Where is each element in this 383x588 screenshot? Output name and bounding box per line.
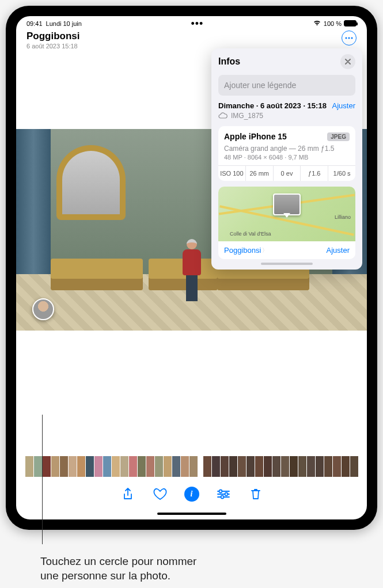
thumbnail[interactable] (342, 456, 350, 477)
thumbnail[interactable] (221, 456, 229, 477)
svg-point-3 (219, 490, 222, 493)
status-time: 09:41 (26, 20, 43, 27)
thumbnail[interactable] (290, 456, 298, 477)
callout-leader-line (42, 415, 43, 544)
screen: 09:41 Lundi 10 juin ••• 100 % Poggibonsi… (16, 16, 367, 519)
edit-button[interactable] (215, 486, 232, 502)
chevron-right-icon: 〉 (262, 246, 268, 255)
info-button[interactable]: i (184, 487, 199, 502)
thumbnail[interactable] (60, 456, 68, 477)
thumbnail[interactable] (138, 456, 146, 477)
exif-row: ISO 100 26 mm 0 ev ƒ1.6 1/60 s (218, 165, 355, 181)
image-stats: 48 MP · 8064 × 6048 · 9,7 MB (218, 154, 355, 165)
svg-point-1 (348, 37, 350, 39)
dynamic-island-icon: ••• (191, 21, 203, 26)
thumbnail[interactable] (94, 456, 103, 477)
thumbnail[interactable] (350, 456, 358, 477)
thumbnail[interactable] (324, 456, 332, 477)
format-badge: JPEG (327, 132, 350, 141)
map-card[interactable]: Colle di Val d'Elsa Lilliano Poggibonsi … (218, 187, 355, 259)
thumbnail[interactable] (229, 456, 237, 477)
thumbnail[interactable] (146, 456, 154, 477)
thumbnail[interactable] (43, 456, 51, 477)
bottom-toolbar: i (16, 486, 367, 502)
status-date: Lundi 10 juin (46, 20, 82, 27)
thumbnail[interactable] (238, 456, 246, 477)
thumbnail[interactable] (247, 456, 255, 477)
thumbnail[interactable] (155, 456, 163, 477)
thumbnail[interactable] (120, 456, 128, 477)
callout-line-1: Touchez un cercle pour nommer (40, 554, 351, 569)
filename: IMG_1875 (231, 112, 263, 120)
info-panel: Infos Ajouter une légende Dimanche · 6 a… (211, 48, 362, 270)
adjust-location-link[interactable]: Ajuster (327, 246, 350, 255)
svg-point-2 (351, 37, 353, 39)
thumbnail[interactable] (298, 456, 306, 477)
svg-point-4 (225, 493, 227, 496)
status-bar: 09:41 Lundi 10 juin ••• 100 % (16, 16, 367, 28)
map-view[interactable]: Colle di Val d'Elsa Lilliano (218, 187, 355, 241)
battery-icon (344, 20, 357, 26)
thumbnail[interactable] (181, 456, 189, 477)
thumbnail[interactable] (86, 456, 94, 477)
thumbnail[interactable] (129, 456, 137, 477)
thumbnail[interactable] (333, 456, 341, 477)
thumbnail[interactable] (69, 456, 77, 477)
location-link[interactable]: Poggibonsi 〉 (224, 246, 268, 255)
close-button[interactable] (340, 54, 355, 69)
exif-focal: 26 mm (246, 166, 274, 181)
callout-line-2: une personne sur la photo. (40, 568, 351, 583)
thumbnail[interactable] (34, 456, 42, 477)
exif-iso: ISO 100 (218, 166, 246, 181)
thumbnail[interactable] (281, 456, 289, 477)
thumbnail[interactable] (77, 456, 85, 477)
map-photo-pin (273, 194, 301, 215)
map-place-1: Colle di Val d'Elsa (230, 231, 271, 237)
thumbnail[interactable] (203, 456, 211, 477)
svg-point-5 (221, 496, 223, 499)
thumbnail[interactable] (212, 456, 220, 477)
photo-date: Dimanche · 6 août 2023 · 15:18 (218, 101, 327, 110)
thumbnail[interactable] (189, 456, 198, 477)
map-place-2: Lilliano (335, 214, 351, 220)
thumbnail[interactable] (316, 456, 324, 477)
wifi-icon (313, 20, 321, 27)
thumbnail[interactable] (172, 456, 180, 477)
page-subtitle: 6 août 2023 15:18 (26, 43, 80, 50)
thumbnail[interactable] (51, 456, 59, 477)
panel-grabber[interactable] (261, 263, 313, 265)
thumbnail-strip[interactable] (16, 456, 367, 477)
cloud-icon (218, 111, 227, 120)
exif-shutter: 1/60 s (328, 166, 355, 181)
camera-model: Apple iPhone 15 (224, 132, 287, 141)
share-button[interactable] (120, 486, 136, 502)
thumbnail[interactable] (255, 456, 263, 477)
caption-input[interactable]: Ajouter une légende (218, 75, 355, 96)
thumbnail[interactable] (103, 456, 111, 477)
thumbnail[interactable] (264, 456, 272, 477)
page-title: Poggibonsi (26, 31, 80, 42)
info-title: Infos (218, 56, 240, 67)
thumbnail[interactable] (272, 456, 280, 477)
svg-point-0 (346, 37, 347, 39)
adjust-date-link[interactable]: Ajuster (332, 101, 355, 110)
more-button[interactable] (342, 31, 357, 45)
exif-ev: 0 ev (274, 166, 301, 181)
ipad-device: 09:41 Lundi 10 juin ••• 100 % Poggibonsi… (6, 6, 377, 530)
thumbnail[interactable] (164, 456, 172, 477)
favorite-button[interactable] (152, 486, 168, 502)
battery-percent: 100 % (324, 20, 342, 27)
exif-aperture: ƒ1.6 (301, 166, 328, 181)
person-face-circle[interactable] (32, 298, 54, 320)
home-indicator[interactable] (157, 513, 226, 515)
camera-info-card: Apple iPhone 15 JPEG Caméra grand angle … (218, 126, 355, 181)
lens-info: Caméra grand angle — 26 mm ƒ1.5 (218, 145, 355, 154)
thumbnail[interactable] (307, 456, 315, 477)
thumbnail[interactable] (25, 456, 33, 477)
callout-text: Touchez un cercle pour nommer une person… (40, 554, 351, 583)
delete-button[interactable] (248, 486, 264, 502)
thumbnail[interactable] (112, 456, 120, 477)
